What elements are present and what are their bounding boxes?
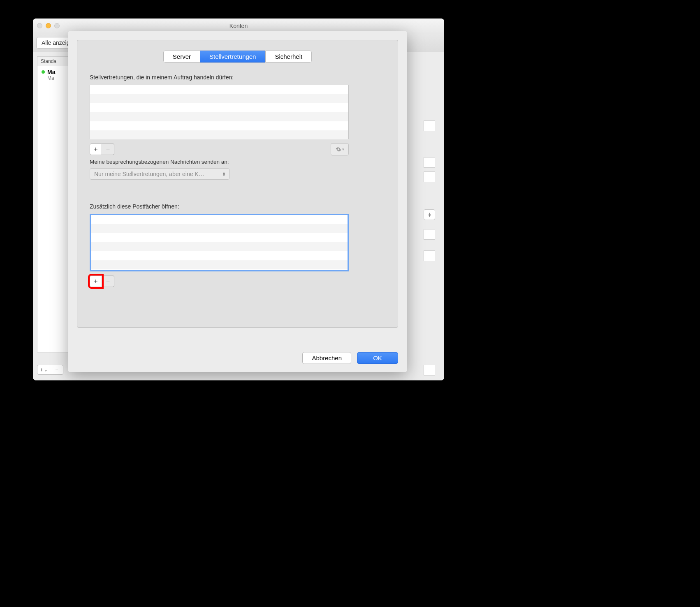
status-dot-icon — [42, 70, 45, 74]
delegates-list[interactable] — [90, 85, 349, 139]
close-window-button[interactable] — [37, 23, 42, 28]
list-row — [91, 233, 348, 242]
delegates-label: Stellvertretungen, die in meinem Auftrag… — [90, 74, 385, 81]
send-messages-label: Meine besprechungsbezogenen Nachrichten … — [90, 159, 385, 165]
list-row — [90, 85, 348, 94]
list-row — [91, 224, 348, 233]
cancel-button[interactable]: Abbrechen — [302, 352, 351, 364]
list-row — [91, 251, 348, 260]
delegates-button-row: + − ▾ — [90, 143, 349, 155]
sheet-content: Server Stellvertretungen Sicherheit Stel… — [77, 40, 398, 328]
delegate-options-button[interactable]: ▾ — [331, 143, 349, 155]
zoom-window-button[interactable] — [54, 23, 60, 28]
background-select: ▴▾ — [424, 209, 435, 220]
remove-mailbox-button[interactable]: − — [102, 276, 114, 287]
background-field — [424, 157, 435, 168]
list-row — [90, 94, 348, 103]
add-mailbox-button[interactable]: + — [90, 276, 102, 287]
ok-button[interactable]: OK — [357, 352, 398, 364]
additional-mailboxes-list[interactable] — [90, 214, 349, 271]
traffic-lights — [37, 23, 60, 28]
sidebar-footer-buttons: +⌄ − — [37, 365, 63, 375]
list-row — [91, 242, 348, 251]
remove-delegate-button[interactable]: − — [102, 144, 114, 155]
list-row — [90, 121, 348, 130]
window-title: Konten — [229, 23, 248, 29]
list-row — [90, 130, 348, 139]
tab-delegates[interactable]: Stellvertretungen — [200, 51, 265, 63]
add-account-button[interactable]: +⌄ — [37, 365, 50, 375]
add-delegate-button[interactable]: + — [90, 144, 102, 155]
chevron-up-down-icon: ▴▾ — [429, 212, 431, 217]
list-row — [90, 112, 348, 121]
mailboxes-label: Zusätzlich diese Postfächer öffnen: — [90, 203, 385, 210]
sheet-footer-buttons: Abbrechen OK — [302, 352, 398, 364]
background-field — [424, 171, 435, 182]
tab-security[interactable]: Sicherheit — [265, 51, 312, 63]
tab-server[interactable]: Server — [163, 51, 200, 63]
chevron-up-down-icon: ▴▾ — [223, 171, 225, 176]
remove-account-button[interactable]: − — [50, 365, 63, 375]
list-row — [91, 215, 348, 224]
background-field — [424, 120, 435, 131]
chevron-down-icon: ▾ — [342, 147, 344, 151]
background-field — [424, 365, 435, 375]
section-divider — [90, 193, 349, 193]
background-field — [424, 229, 435, 240]
account-name-label: Ma — [47, 69, 55, 75]
dropdown-value: Nur meine Stellvertretungen, aber eine K… — [94, 171, 204, 177]
minimize-window-button[interactable] — [46, 23, 51, 28]
list-row — [91, 260, 348, 269]
send-messages-dropdown[interactable]: Nur meine Stellvertretungen, aber eine K… — [90, 168, 229, 180]
background-field — [424, 250, 435, 261]
advanced-settings-sheet: Server Stellvertretungen Sicherheit Stel… — [68, 31, 407, 372]
gear-icon — [336, 146, 341, 152]
tab-bar: Server Stellvertretungen Sicherheit — [90, 51, 385, 63]
list-row — [90, 103, 348, 112]
mailboxes-button-row: + − — [90, 276, 349, 287]
